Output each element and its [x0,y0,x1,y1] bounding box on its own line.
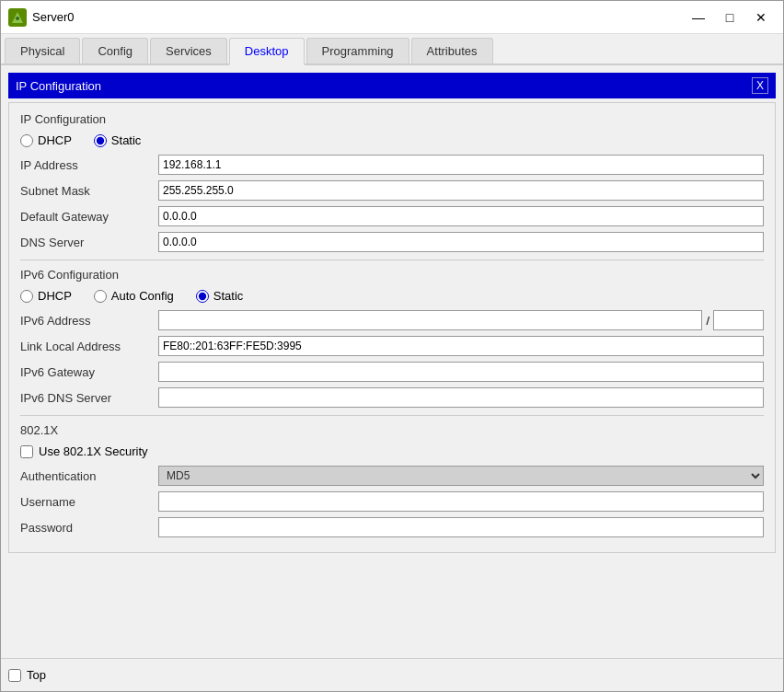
tab-bar: Physical Config Services Desktop Program… [1,34,783,65]
tab-programming[interactable]: Programming [306,38,409,63]
ipv6-dhcp-label: DHCP [38,289,72,303]
dot1x-section: 802.1X Use 802.1X Security Authenticatio… [20,423,764,537]
ipv6-autoconfig-radio-item[interactable]: Auto Config [94,289,174,303]
link-local-input[interactable] [158,336,764,356]
password-input[interactable] [158,517,764,537]
subnet-mask-label: Subnet Mask [20,184,158,198]
default-gateway-input[interactable] [158,206,764,226]
use-dot1x-label: Use 802.1X Security [39,444,148,458]
ip-config-header: IP Configuration X [8,73,776,98]
bottom-bar: Top [1,658,783,691]
ipv6-address-row: IPv6 Address / [20,310,764,330]
ipv6-address-label: IPv6 Address [20,314,158,328]
app-icon [8,8,27,27]
ipv6-gateway-row: IPv6 Gateway [20,362,764,382]
top-checkbox-row: Top [8,668,46,682]
tab-attributes[interactable]: Attributes [411,38,493,63]
dns-server-label: DNS Server [20,236,158,249]
link-local-row: Link Local Address [20,336,764,356]
ip-config-panel: IP Configuration DHCP Static IP Address [8,102,776,553]
ipv6-gateway-label: IPv6 Gateway [20,365,158,379]
static-radio-item[interactable]: Static [94,133,142,147]
ipv6-mode-radio-group: DHCP Auto Config Static [20,289,764,303]
ipv6-gateway-input[interactable] [158,362,764,382]
ipv6-dns-row: IPv6 DNS Server [20,387,764,408]
subnet-mask-input[interactable] [158,180,764,201]
ipv6-dns-input[interactable] [158,387,764,408]
ipv6-slash: / [706,314,709,328]
password-row: Password [20,517,764,537]
ip-address-row: IP Address [20,155,764,175]
username-label: Username [20,495,158,509]
minimize-button[interactable]: — [684,6,713,29]
ipv6-dns-label: IPv6 DNS Server [20,391,158,405]
ipv6-autoconfig-label: Auto Config [111,289,174,303]
static-label: Static [111,133,142,147]
subnet-mask-row: Subnet Mask [20,180,764,201]
link-local-label: Link Local Address [20,340,158,353]
dhcp-radio-item[interactable]: DHCP [20,133,72,147]
divider-2 [20,415,764,416]
ipv6-dhcp-radio[interactable] [20,290,33,303]
username-row: Username [20,491,764,512]
ip-address-input[interactable] [158,155,764,175]
dns-server-row: DNS Server [20,232,764,252]
ipv6-autoconfig-radio[interactable] [94,290,107,303]
tab-desktop[interactable]: Desktop [229,38,305,65]
ipv6-dhcp-radio-item[interactable]: DHCP [20,289,72,303]
use-dot1x-checkbox[interactable] [20,445,33,458]
password-label: Password [20,521,158,535]
top-checkbox[interactable] [8,669,21,682]
ipv6-static-radio[interactable] [196,290,209,303]
main-window: Server0 — □ ✕ Physical Config Services D… [0,0,784,692]
ip-config-sub-title: IP Configuration [20,112,764,126]
title-bar: Server0 — □ ✕ [1,1,783,34]
username-input[interactable] [158,491,764,512]
svg-point-1 [16,17,19,20]
default-gateway-row: Default Gateway [20,206,764,226]
auth-label: Authentication [20,469,158,483]
ip-address-label: IP Address [20,158,158,172]
main-content: IP Configuration X IP Configuration DHCP… [1,65,783,658]
ipv6-address-input[interactable] [158,310,702,330]
ip-config-close-button[interactable]: X [752,77,768,94]
ipv6-static-label: Static [213,289,244,303]
dot1x-title: 802.1X [20,423,764,437]
ip-mode-radio-group: DHCP Static [20,133,764,147]
ipv6-config-sub-title: IPv6 Configuration [20,268,764,282]
dhcp-radio[interactable] [20,134,33,147]
ipv6-static-radio-item[interactable]: Static [196,289,244,303]
tab-config[interactable]: Config [82,38,148,63]
static-radio[interactable] [94,134,107,147]
default-gateway-label: Default Gateway [20,210,158,224]
divider-1 [20,260,764,260]
auth-select[interactable]: MD5 PEAP EAP-TLS [158,466,764,486]
dns-server-input[interactable] [158,232,764,252]
tab-physical[interactable]: Physical [5,38,80,63]
maximize-button[interactable]: □ [715,6,744,29]
dhcp-label: DHCP [38,133,72,147]
use-dot1x-row: Use 802.1X Security [20,444,764,458]
close-button[interactable]: ✕ [746,6,776,29]
top-label: Top [27,668,46,682]
window-controls: — □ ✕ [684,6,776,29]
window-title: Server0 [32,10,684,24]
tab-services[interactable]: Services [150,38,227,63]
ipv6-prefix-input[interactable] [713,310,764,330]
ip-config-title: IP Configuration [16,79,101,93]
auth-row: Authentication MD5 PEAP EAP-TLS [20,466,764,486]
